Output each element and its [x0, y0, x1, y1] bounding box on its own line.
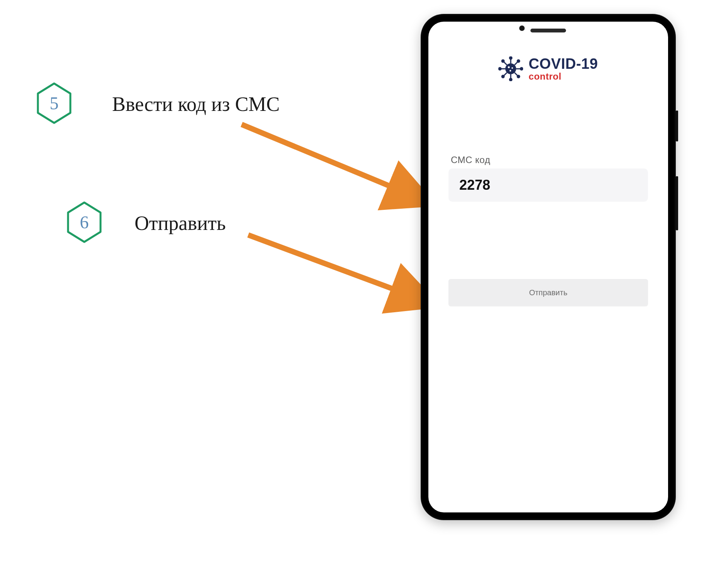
- sms-code-label: СМС код: [448, 155, 648, 165]
- svg-point-0: [505, 63, 516, 74]
- phone-side-button: [676, 176, 678, 230]
- submit-button[interactable]: Отправить: [448, 279, 648, 306]
- phone-screen: COVID-19 control СМС код Отправить: [428, 22, 668, 512]
- virus-icon: [498, 56, 523, 81]
- svg-point-12: [517, 75, 520, 78]
- arrow-to-sms-input: [242, 124, 433, 204]
- svg-point-14: [517, 60, 520, 62]
- app-title: COVID-19: [529, 56, 598, 71]
- svg-point-18: [511, 67, 513, 69]
- app-logo: COVID-19 control: [440, 56, 656, 81]
- svg-point-10: [502, 60, 504, 62]
- phone-side-button: [676, 111, 678, 141]
- app-logo-text: COVID-19 control: [529, 56, 598, 81]
- sms-code-block: СМС код: [440, 155, 656, 202]
- svg-point-4: [510, 78, 512, 81]
- svg-point-16: [502, 75, 504, 78]
- svg-point-6: [499, 68, 501, 70]
- app-subtitle: control: [529, 72, 598, 81]
- svg-point-2: [510, 57, 512, 59]
- arrow-to-submit-button: [248, 235, 437, 305]
- sms-code-input[interactable]: [448, 168, 648, 202]
- svg-point-19: [510, 70, 511, 71]
- svg-point-17: [508, 66, 510, 68]
- phone-mockup: COVID-19 control СМС код Отправить: [421, 14, 676, 520]
- svg-point-8: [520, 68, 523, 70]
